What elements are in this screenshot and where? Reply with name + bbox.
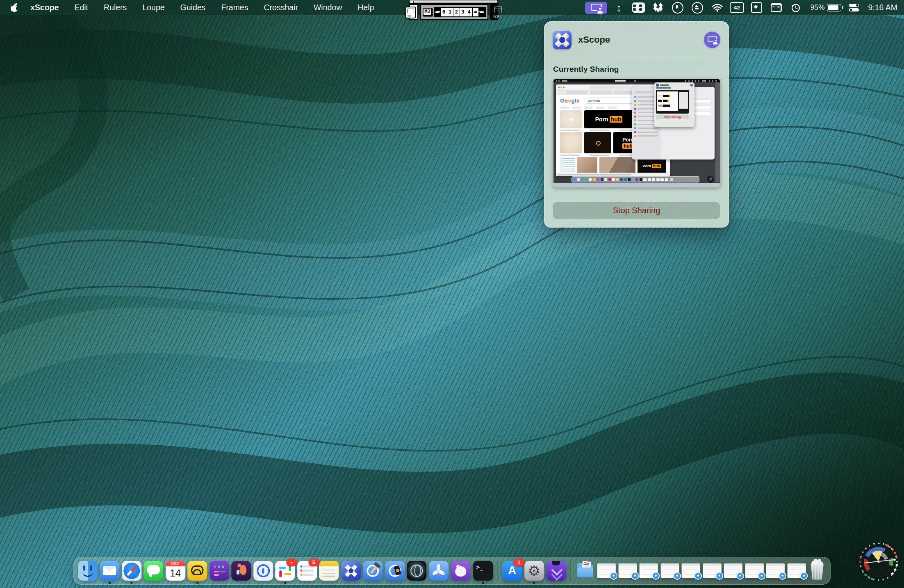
minimized-window[interactable]	[703, 563, 722, 578]
updown-arrow-status-icon[interactable]: ↕	[610, 2, 627, 14]
battery-icon	[827, 4, 841, 11]
menu-item-crosshair[interactable]: Crosshair	[256, 3, 305, 12]
battery-percent-label: 95%	[810, 3, 824, 12]
menu-item-loupe[interactable]: Loupe	[134, 3, 172, 12]
dock-reminders[interactable]: 5	[297, 561, 317, 581]
eject-icon	[692, 2, 703, 14]
menu-item-edit[interactable]: Edit	[66, 3, 96, 12]
dropbox-status-icon[interactable]	[650, 2, 666, 14]
dock-finder[interactable]	[78, 561, 98, 581]
dock-downloads-folder[interactable]	[575, 561, 595, 581]
turtle-icon-button[interactable]	[435, 8, 441, 16]
mini-retro-widget	[615, 80, 626, 82]
dock-1password[interactable]	[253, 561, 273, 581]
minimized-window[interactable]	[745, 563, 764, 578]
mini-dock	[572, 176, 699, 182]
onepassword-status-icon[interactable]	[669, 2, 686, 14]
classic-mac-icon	[405, 7, 416, 18]
retro-ncp-label: NCP	[493, 15, 500, 18]
sharing-app-button[interactable]	[704, 32, 720, 48]
mini-menu-bar	[553, 79, 720, 82]
speed-3-button[interactable]: 3	[460, 8, 467, 16]
menu-item-help[interactable]: Help	[350, 3, 382, 12]
currently-sharing-label: Currently Sharing	[544, 58, 729, 79]
menu-item-guides[interactable]: Guides	[173, 3, 214, 12]
running-indicator	[196, 582, 198, 584]
dock-github-desktop[interactable]	[451, 561, 470, 581]
dock-propeller-app[interactable]	[429, 561, 449, 581]
minimized-window[interactable]	[766, 563, 785, 578]
menu-item-frames[interactable]: Frames	[213, 3, 256, 12]
mini-result-image	[560, 132, 582, 153]
control-center-icon	[849, 4, 859, 12]
dock-mail[interactable]	[100, 561, 119, 581]
desktop-wallpaper	[0, 0, 904, 588]
dock-notes[interactable]	[319, 561, 339, 581]
battery-status[interactable]: 95%	[807, 2, 843, 14]
dock-hopper[interactable]	[231, 561, 251, 581]
dock-trash[interactable]	[808, 561, 826, 581]
wifi-status-icon[interactable]	[709, 2, 725, 14]
dock-app-store[interactable]: A 1	[502, 561, 522, 581]
dock-chevron-app[interactable]	[546, 561, 566, 581]
minimized-window[interactable]	[681, 563, 700, 578]
minimized-window[interactable]	[724, 563, 742, 578]
apple-menu-icon[interactable]	[11, 4, 18, 12]
dock-calendar[interactable]: DEC 14	[166, 561, 185, 581]
mini-share-indicator	[634, 80, 636, 82]
xscope-status-icon[interactable]	[748, 2, 765, 14]
wifi-icon	[712, 4, 723, 12]
minimized-window[interactable]	[597, 563, 616, 578]
dock-safari[interactable]	[122, 561, 141, 581]
speed-2-button[interactable]: 2	[453, 8, 460, 16]
speed-0-button[interactable]: 0	[441, 8, 447, 16]
minimized-window[interactable]	[639, 563, 658, 578]
running-indicator	[284, 582, 286, 584]
dock-launcher-app[interactable]	[209, 561, 229, 581]
menu-item-rulers[interactable]: Rulers	[96, 3, 134, 12]
counter-badge: 42	[730, 2, 744, 13]
minimized-window[interactable]	[787, 563, 806, 578]
popover-header: xScope	[544, 22, 729, 58]
retro-close-box[interactable]	[411, 1, 414, 3]
menu-window-icon	[771, 3, 782, 12]
mini-recursive-popover: Stop Sharing	[654, 82, 695, 127]
window-grid-status-icon[interactable]	[630, 2, 647, 14]
menu-item-window[interactable]: Window	[306, 3, 350, 12]
retro-widget-titlebar[interactable]	[409, 0, 498, 4]
dock-slack[interactable]: •	[275, 561, 295, 581]
dock-xcode[interactable]	[363, 561, 383, 581]
kangaroo-icon	[239, 565, 247, 576]
running-indicator	[130, 582, 132, 584]
speed-max-button[interactable]: ∞	[473, 8, 479, 16]
menu-manager-status-icon[interactable]	[768, 2, 784, 14]
eject-status-icon[interactable]	[689, 2, 706, 14]
screen-sharing-status-icon[interactable]	[585, 2, 607, 14]
dock-network-globe-app[interactable]	[407, 561, 426, 581]
menu-item-app[interactable]: xScope	[24, 3, 66, 12]
slack-badge: •	[286, 558, 297, 566]
turtle-left-icon-button[interactable]	[479, 8, 485, 16]
calendar-month-label: DEC	[166, 561, 185, 566]
gauge-widget[interactable]	[857, 540, 900, 583]
minimized-window[interactable]	[660, 563, 679, 578]
dock-terminal[interactable]: >_	[473, 561, 493, 581]
minimized-window[interactable]	[618, 563, 637, 578]
speed-4-button[interactable]: 4	[466, 8, 473, 16]
dock-phone-app[interactable]	[187, 561, 207, 581]
control-center-status-icon[interactable]	[846, 2, 862, 14]
dock-xcode-emoji[interactable]	[385, 561, 405, 581]
time-machine-status-icon[interactable]	[788, 2, 804, 14]
retro-emulator-widget[interactable]: M2 0 1 2 3 4 ∞ NCP	[409, 0, 498, 19]
counter-badge-status-icon[interactable]: 42	[729, 2, 745, 14]
menu-clock[interactable]: 9:16 AM	[868, 3, 897, 12]
app-store-badge: 1	[513, 558, 524, 566]
dock-xscope[interactable]	[341, 561, 361, 581]
dock-divider	[570, 561, 571, 581]
stop-sharing-button[interactable]: Stop Sharing	[553, 202, 720, 219]
dock-messages[interactable]	[143, 561, 163, 581]
speed-1-button[interactable]: 1	[447, 8, 454, 16]
calendar-day-label: 14	[166, 566, 185, 581]
dock-system-settings[interactable]: ⚙	[524, 561, 544, 581]
gear-icon: ⚙	[524, 562, 544, 580]
